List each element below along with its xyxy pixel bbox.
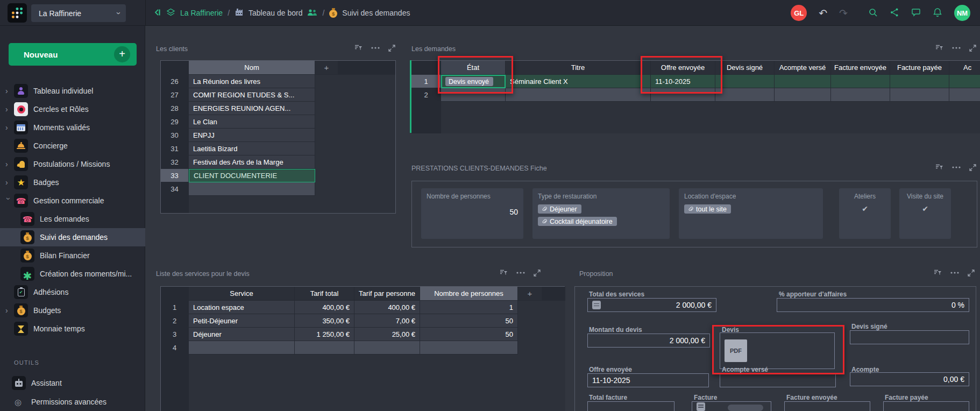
table-cell[interactable]: ENPJJ: [189, 129, 315, 142]
column-header-facture-envoyee[interactable]: Facture envoyée: [831, 61, 890, 75]
row-number-selected[interactable]: 1: [411, 75, 441, 88]
sidebar-item-suivi-des-demandes[interactable]: Suivi des demandes: [0, 228, 145, 246]
column-header-devis-signe[interactable]: Devis signé: [715, 61, 775, 75]
row-number[interactable]: 26: [161, 75, 189, 88]
selected-cell[interactable]: CLIENT DOCUMENTERIE: [189, 169, 315, 182]
chat-icon[interactable]: [911, 8, 921, 19]
table-cell[interactable]: 400,00 €: [295, 301, 354, 314]
workspace-selector[interactable]: La Raffinerie ›: [31, 4, 126, 22]
chevron-right-icon[interactable]: [5, 87, 12, 95]
table-cell[interactable]: Petit-Déjeuner: [189, 314, 295, 328]
table-cell[interactable]: ENERGIES REUNION AGEN...: [189, 102, 315, 115]
collapse-panel-icon[interactable]: [153, 8, 161, 18]
expand-icon[interactable]: [388, 45, 395, 52]
sidebar-item-bilan-financier[interactable]: Bilan Financier: [0, 246, 145, 265]
column-header-nombre-de-personnes[interactable]: Nombre de personnes: [420, 287, 518, 301]
column-header-tarif-par-personne[interactable]: Tarif par personne: [354, 287, 420, 301]
table-cell[interactable]: 400,00 €: [354, 301, 420, 314]
sidebar-item-cercles-et-roles[interactable]: Cercles et Rôles: [0, 100, 145, 118]
sidebar-item-monnaie-temps[interactable]: Monnaie temps: [0, 320, 145, 338]
add-column-button[interactable]: [315, 61, 338, 75]
add-row-cell[interactable]: [506, 88, 651, 102]
table-cell[interactable]: 350,00 €: [295, 314, 354, 328]
acompte-field[interactable]: 0,00 €: [850, 372, 969, 386]
sort-filter-icon[interactable]: [354, 44, 363, 52]
more-options-icon[interactable]: [516, 272, 525, 274]
table-cell[interactable]: La Réunion des livres: [189, 75, 315, 88]
chevron-right-icon[interactable]: [5, 123, 12, 132]
row-number[interactable]: 2: [161, 314, 189, 328]
table-cell[interactable]: 25,00 €: [354, 328, 420, 341]
field-location-espace[interactable]: Location d'espace tout le site: [679, 188, 823, 239]
add-row-cell[interactable]: [715, 88, 775, 102]
sidebar-item-badges[interactable]: ★ Badges: [0, 173, 145, 192]
table-cell[interactable]: Festival des Arts de la Marge: [189, 155, 315, 169]
more-options-icon[interactable]: [371, 47, 380, 49]
redo-icon[interactable]: ↷: [839, 8, 848, 18]
checkmark-icon[interactable]: ✔: [844, 204, 885, 213]
add-row-cell[interactable]: [354, 341, 420, 355]
breadcrumb-subpage[interactable]: Suivi des demandes: [342, 9, 410, 17]
table-corner[interactable]: [411, 61, 441, 75]
add-row-cell[interactable]: [775, 88, 831, 102]
collaborator-avatar[interactable]: GL: [791, 5, 807, 21]
expand-icon[interactable]: [969, 45, 976, 52]
sidebar-item-les-demandes[interactable]: ☎ Les demandes: [0, 210, 145, 228]
table-cell[interactable]: Location espace: [189, 301, 295, 314]
sidebar-item-permissions-avancees[interactable]: Permissions avancées: [0, 393, 145, 411]
sidebar-item-assistant[interactable]: Assistant: [0, 374, 145, 392]
add-row-cell[interactable]: [295, 341, 354, 355]
table-corner[interactable]: [161, 287, 189, 301]
add-row-cell[interactable]: [189, 341, 295, 355]
column-header-acompte-verse[interactable]: Acompte versé: [775, 61, 831, 75]
sort-filter-icon[interactable]: [935, 164, 943, 171]
breadcrumb-page[interactable]: Tableau de bord: [248, 9, 302, 17]
table-cell[interactable]: [831, 75, 890, 88]
offre-envoyee-field[interactable]: 11-10-2025: [587, 373, 709, 387]
expand-icon[interactable]: [968, 270, 975, 277]
row-number[interactable]: 27: [161, 88, 189, 102]
more-options-icon[interactable]: [950, 272, 959, 274]
reference-chip[interactable]: Déjeuner: [538, 204, 581, 214]
table-cell[interactable]: 11-10-2025: [651, 75, 715, 88]
column-header-offre-envoyee[interactable]: Offre envoyée: [651, 61, 715, 75]
sidebar-item-concierge[interactable]: Concierge: [0, 137, 145, 155]
sort-filter-icon[interactable]: [934, 269, 942, 277]
row-number[interactable]: 29: [161, 115, 189, 129]
breadcrumb-doc[interactable]: La Raffinerie: [180, 9, 223, 17]
reference-chip[interactable]: Cocktail déjeunatoire: [538, 217, 617, 226]
column-header-nom[interactable]: Nom: [189, 61, 315, 75]
chevron-right-icon[interactable]: [5, 178, 12, 187]
row-number[interactable]: 2: [411, 88, 441, 102]
sidebar-item-adhesions[interactable]: Adhésions: [0, 283, 145, 301]
expand-icon[interactable]: [534, 270, 541, 277]
reference-chip[interactable]: tout le site: [684, 204, 731, 214]
table-cell[interactable]: 50: [420, 314, 518, 328]
table-cell[interactable]: [715, 75, 775, 88]
montant-devis-field[interactable]: 2 000,00 €: [587, 334, 710, 348]
row-number[interactable]: 34: [161, 182, 189, 196]
add-row-cell[interactable]: [420, 341, 518, 355]
add-row-cell[interactable]: [890, 88, 949, 102]
sidebar-item-tableau-individuel[interactable]: Tableau individuel: [0, 82, 145, 100]
chevron-right-icon[interactable]: [5, 160, 12, 168]
row-number[interactable]: 4: [161, 341, 189, 355]
field-nombre-de-personnes[interactable]: Nombre de personnes 50: [421, 188, 523, 239]
field-value[interactable]: 50: [427, 208, 518, 216]
table-cell[interactable]: [890, 75, 949, 88]
search-icon[interactable]: [868, 8, 878, 19]
field-visite-du-site[interactable]: Visite du site ✔: [899, 188, 951, 239]
acompte-verse-field[interactable]: [720, 373, 836, 387]
column-header-facture-payee[interactable]: Facture payée: [890, 61, 949, 75]
sidebar-item-budgets[interactable]: Budgets: [0, 301, 145, 320]
total-facture-field[interactable]: [587, 401, 674, 411]
column-header-clipped[interactable]: Ac: [949, 61, 980, 75]
table-cell[interactable]: Déjeuner: [189, 328, 295, 341]
table-cell[interactable]: [775, 75, 831, 88]
add-row-cell[interactable]: [189, 182, 315, 196]
apporteur-field[interactable]: 0 %: [777, 298, 969, 312]
field-type-de-restauration[interactable]: Type de restauration Déjeuner Cocktail d…: [532, 188, 670, 239]
column-header-etat[interactable]: État: [441, 61, 506, 75]
add-column-button[interactable]: [518, 287, 542, 301]
share-icon[interactable]: [890, 8, 899, 19]
